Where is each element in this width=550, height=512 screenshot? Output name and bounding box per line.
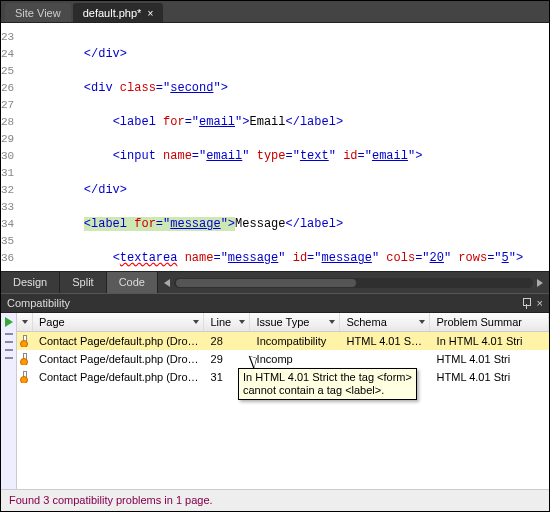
horizontal-scrollbar[interactable]: [158, 272, 549, 293]
view-design-button[interactable]: Design: [1, 272, 60, 293]
compatibility-panel-header[interactable]: Compatibility ×: [1, 293, 549, 313]
pin-icon[interactable]: [521, 298, 531, 308]
line-number: 28: [1, 114, 14, 131]
cell-schema: HTML 4.01 Strict: [341, 335, 431, 347]
col-line[interactable]: Line: [204, 313, 250, 331]
scroll-track[interactable]: [174, 278, 533, 288]
tooltip-line: In HTML 4.01 Strict the tag <form>: [243, 371, 412, 384]
tab-site-view[interactable]: Site View: [5, 3, 71, 22]
col-issue[interactable]: Issue Type: [250, 313, 340, 331]
col-page[interactable]: Page: [33, 313, 204, 331]
code-editor[interactable]: 23 24 25 26 27 28 29 30 31 32 33 34 35 3…: [1, 23, 549, 271]
toolbar-icon[interactable]: [5, 333, 13, 335]
chevron-down-icon: [22, 320, 28, 324]
line-gutter: 23 24 25 26 27 28 29 30 31 32 33 34 35 3…: [1, 23, 22, 271]
tooltip-line: cannot contain a tag <label>.: [243, 384, 412, 397]
line-number: 25: [1, 63, 14, 80]
toolbar-icon[interactable]: [5, 357, 13, 359]
status-bar: Found 3 compatibility problems in 1 page…: [1, 489, 549, 511]
cell-issue: Incomp: [251, 353, 341, 365]
line-number: 34: [1, 216, 14, 233]
toolbar-icon[interactable]: [5, 349, 13, 351]
toolbar-icon[interactable]: [5, 341, 13, 343]
cell-page: Contact Page/default.php (Drop u…: [33, 335, 205, 347]
line-number: 33: [1, 199, 14, 216]
view-split-button[interactable]: Split: [60, 272, 106, 293]
line-number: 30: [1, 148, 14, 165]
close-icon[interactable]: ×: [147, 8, 153, 19]
status-text: Found 3 compatibility problems in 1 page…: [9, 494, 213, 506]
tab-label: default.php*: [83, 7, 142, 19]
issue-row[interactable]: Contact Page/default.php (Drop u… 29 Inc…: [17, 350, 549, 368]
view-mode-bar: Design Split Code: [1, 271, 549, 293]
chevron-down-icon: [239, 320, 245, 324]
line-number: 36: [1, 250, 14, 267]
line-number: 24: [1, 46, 14, 63]
cell-line: 28: [205, 335, 251, 347]
chevron-down-icon: [419, 320, 425, 324]
line-number: 27: [1, 97, 14, 114]
issue-row[interactable]: Contact Page/default.php (Drop u… 28 Inc…: [17, 332, 549, 350]
scroll-thumb[interactable]: [176, 279, 356, 287]
cell-problem: HTML 4.01 Stri: [431, 371, 549, 383]
page-warning-icon: [23, 335, 27, 347]
page-warning-icon: [23, 353, 27, 365]
tooltip: In HTML 4.01 Strict the tag <form> canno…: [238, 368, 417, 400]
chevron-down-icon: [329, 320, 335, 324]
cell-problem: HTML 4.01 Stri: [431, 353, 549, 365]
col-schema[interactable]: Schema: [340, 313, 430, 331]
line-number: 32: [1, 182, 14, 199]
line-number: 35: [1, 233, 14, 250]
run-check-icon[interactable]: [5, 317, 13, 327]
cell-issue: Incompatibility: [251, 335, 341, 347]
tab-editor[interactable]: default.php*×: [73, 3, 164, 22]
col-flag[interactable]: [17, 313, 33, 331]
compatibility-panel: Page Line Issue Type Schema Problem Summ…: [1, 313, 549, 489]
scroll-right-icon[interactable]: [537, 279, 543, 287]
column-headers: Page Line Issue Type Schema Problem Summ…: [17, 313, 549, 332]
close-panel-icon[interactable]: ×: [537, 297, 543, 309]
cell-line: 29: [205, 353, 251, 365]
line-number: 29: [1, 131, 14, 148]
document-tabs: Site View default.php*×: [1, 1, 549, 23]
line-number: 26: [1, 80, 14, 97]
col-problem[interactable]: Problem Summar: [430, 313, 549, 331]
code-body[interactable]: </div> <div class="second"> <label for="…: [22, 23, 549, 271]
view-code-button[interactable]: Code: [107, 272, 158, 293]
panel-title: Compatibility: [7, 297, 70, 309]
scroll-left-icon[interactable]: [164, 279, 170, 287]
line-number: 31: [1, 165, 14, 182]
cell-page: Contact Page/default.php (Drop u…: [33, 353, 205, 365]
panel-toolbar: [1, 313, 17, 489]
cell-page: Contact Page/default.php (Drop u…: [33, 371, 205, 383]
tab-label: Site View: [15, 7, 61, 19]
cell-problem: In HTML 4.01 Stri: [431, 335, 549, 347]
chevron-down-icon: [193, 320, 199, 324]
line-number: 23: [1, 29, 14, 46]
page-warning-icon: [23, 371, 27, 383]
